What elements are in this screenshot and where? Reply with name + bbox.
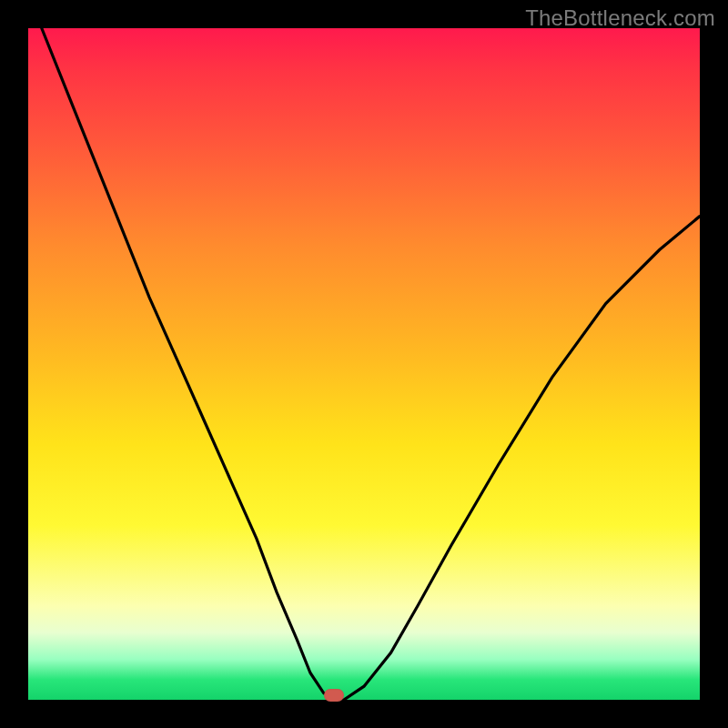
minimum-marker [324, 689, 344, 702]
watermark-text: TheBottleneck.com [525, 5, 715, 31]
chart-frame [28, 28, 700, 700]
bottleneck-curve [28, 28, 700, 700]
